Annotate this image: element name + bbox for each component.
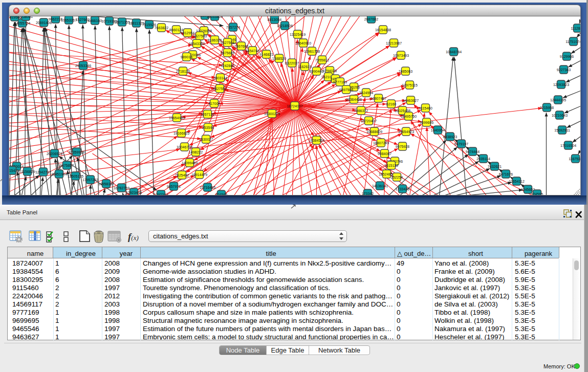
svg-text:10973493: 10973493 bbox=[393, 54, 409, 57]
svg-text:18495750: 18495750 bbox=[401, 115, 417, 118]
svg-text:2935114: 2935114 bbox=[476, 157, 490, 161]
svg-text:3915411: 3915411 bbox=[9, 169, 19, 172]
svg-text:19166825: 19166825 bbox=[173, 132, 189, 135]
svg-text:6794028: 6794028 bbox=[323, 69, 337, 73]
svg-text:1162615: 1162615 bbox=[298, 65, 312, 69]
svg-text:9129966: 9129966 bbox=[560, 55, 574, 58]
svg-text:7625402: 7625402 bbox=[175, 173, 189, 177]
svg-text:19654923: 19654923 bbox=[398, 130, 414, 134]
svg-text:8454749: 8454749 bbox=[246, 49, 259, 53]
svg-text:9115460: 9115460 bbox=[419, 106, 432, 110]
svg-text:1640954: 1640954 bbox=[431, 128, 445, 132]
svg-text:18724007: 18724007 bbox=[287, 104, 302, 108]
svg-text:1733426: 1733426 bbox=[396, 187, 409, 191]
svg-text:989014: 989014 bbox=[181, 55, 192, 59]
svg-text:2867608: 2867608 bbox=[234, 45, 248, 48]
svg-text:11156829: 11156829 bbox=[19, 170, 35, 173]
svg-text:252254: 252254 bbox=[391, 176, 403, 179]
svg-text:6466160: 6466160 bbox=[88, 19, 102, 23]
svg-text:10807487: 10807487 bbox=[371, 97, 386, 100]
svg-text:924565: 924565 bbox=[215, 193, 227, 196]
svg-text:15692911: 15692911 bbox=[554, 128, 570, 132]
svg-text:1292344: 1292344 bbox=[154, 193, 168, 196]
svg-text:2803144: 2803144 bbox=[213, 76, 227, 80]
svg-text:14136141: 14136141 bbox=[372, 184, 388, 188]
svg-text:1615132: 1615132 bbox=[384, 164, 398, 167]
svg-text:9474444: 9474444 bbox=[466, 150, 480, 154]
svg-text:14099489: 14099489 bbox=[182, 161, 198, 165]
svg-text:16671355: 16671355 bbox=[114, 20, 130, 24]
svg-text:9227343: 9227343 bbox=[557, 68, 571, 72]
svg-text:15720407: 15720407 bbox=[361, 119, 377, 123]
svg-text:11751074: 11751074 bbox=[565, 40, 581, 43]
svg-text:18807249: 18807249 bbox=[373, 141, 389, 145]
svg-text:13325419: 13325419 bbox=[290, 33, 306, 36]
svg-text:6479197: 6479197 bbox=[454, 142, 468, 146]
svg-text:7485063: 7485063 bbox=[399, 70, 412, 73]
svg-text:9975857: 9975857 bbox=[60, 164, 74, 167]
svg-text:1112843: 1112843 bbox=[571, 27, 581, 30]
svg-text:8322037: 8322037 bbox=[285, 61, 299, 65]
svg-text:14463627: 14463627 bbox=[403, 99, 419, 102]
svg-text:17359928: 17359928 bbox=[69, 150, 84, 154]
svg-text:19218506: 19218506 bbox=[277, 24, 293, 28]
svg-text:12093823: 12093823 bbox=[553, 83, 569, 86]
svg-text:9975928: 9975928 bbox=[396, 145, 409, 148]
svg-text:16782759: 16782759 bbox=[114, 186, 129, 190]
svg-text:3267130: 3267130 bbox=[201, 113, 214, 116]
svg-text:9146821: 9146821 bbox=[259, 53, 273, 56]
svg-text:15300275: 15300275 bbox=[264, 112, 280, 116]
svg-text:7632621: 7632621 bbox=[488, 165, 502, 168]
svg-text:10654112: 10654112 bbox=[509, 180, 525, 183]
svg-text:253594: 253594 bbox=[202, 126, 214, 129]
svg-text:9699695: 9699695 bbox=[420, 121, 433, 124]
svg-text:1588520: 1588520 bbox=[272, 57, 286, 60]
svg-text:1530027: 1530027 bbox=[199, 138, 213, 141]
svg-text:3215958: 3215958 bbox=[540, 106, 554, 110]
svg-text:12505135: 12505135 bbox=[68, 174, 83, 178]
svg-text:1498222: 1498222 bbox=[189, 150, 203, 154]
svg-text:12942737: 12942737 bbox=[35, 170, 51, 174]
svg-text:29053346: 29053346 bbox=[75, 64, 91, 68]
svg-text:7663822: 7663822 bbox=[155, 26, 168, 30]
svg-text:9777169: 9777169 bbox=[333, 80, 347, 84]
svg-text:12444195: 12444195 bbox=[550, 98, 566, 102]
svg-text:7857274: 7857274 bbox=[226, 26, 240, 29]
svg-text:12975115: 12975115 bbox=[402, 83, 418, 87]
svg-text:11451944: 11451944 bbox=[51, 172, 67, 176]
svg-text:16543382: 16543382 bbox=[189, 42, 205, 46]
svg-text:7515526: 7515526 bbox=[142, 23, 156, 27]
svg-text:9327508: 9327508 bbox=[221, 41, 234, 45]
svg-text:16154838: 16154838 bbox=[375, 28, 391, 32]
svg-text:9245652: 9245652 bbox=[521, 188, 535, 191]
svg-text:8990446: 8990446 bbox=[310, 70, 323, 73]
svg-text:7955812: 7955812 bbox=[315, 58, 329, 62]
svg-text:10210643: 10210643 bbox=[552, 114, 568, 117]
svg-text:8938923: 8938923 bbox=[443, 135, 457, 139]
svg-text:9242845: 9242845 bbox=[221, 64, 234, 68]
svg-text:12923448: 12923448 bbox=[126, 191, 142, 194]
svg-text:8471676: 8471676 bbox=[499, 172, 513, 176]
svg-text:417004: 417004 bbox=[208, 102, 220, 105]
svg-text:12213987: 12213987 bbox=[386, 41, 402, 45]
svg-text:2718126: 2718126 bbox=[176, 70, 190, 73]
svg-text:20691406: 20691406 bbox=[36, 21, 52, 25]
svg-text:173342: 173342 bbox=[362, 192, 374, 195]
svg-text:6897508: 6897508 bbox=[339, 88, 353, 92]
svg-text:19384554: 19384554 bbox=[309, 139, 324, 142]
svg-text:10653267: 10653267 bbox=[61, 18, 77, 22]
svg-text:10046738: 10046738 bbox=[177, 145, 192, 149]
svg-text:16033809: 16033809 bbox=[207, 16, 223, 18]
svg-text:18640910: 18640910 bbox=[295, 41, 311, 45]
svg-text:10848784: 10848784 bbox=[446, 50, 462, 54]
svg-text:19958187: 19958187 bbox=[98, 182, 114, 186]
svg-text:9657971: 9657971 bbox=[167, 185, 181, 188]
svg-text:10961758: 10961758 bbox=[304, 50, 320, 53]
svg-text:15716485: 15716485 bbox=[200, 186, 215, 189]
svg-text:2687682: 2687682 bbox=[364, 17, 378, 21]
svg-text:17957253: 17957253 bbox=[82, 178, 98, 182]
svg-text:8427552: 8427552 bbox=[213, 87, 227, 91]
svg-text:20364436: 20364436 bbox=[346, 98, 362, 101]
svg-text:8186328: 8186328 bbox=[208, 38, 222, 42]
svg-text:2258061: 2258061 bbox=[19, 16, 33, 18]
